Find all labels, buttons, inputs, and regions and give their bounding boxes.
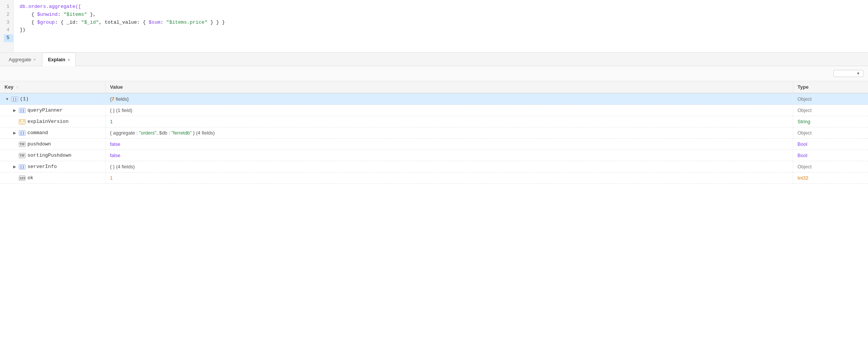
- value-cell: { } (1 field): [105, 105, 793, 116]
- obj-type-icon: { }: [19, 130, 26, 136]
- code-line: { $group: { _id: "$_id", total_value: { …: [20, 19, 862, 27]
- expand-button[interactable]: ▶: [12, 164, 17, 169]
- value-text: { } (4 fields): [110, 164, 135, 169]
- key-text: explainVersion: [27, 119, 68, 124]
- value-text: 1: [110, 175, 113, 181]
- table-row[interactable]: ▶{ }command{ aggregate : "orders", $db :…: [0, 127, 868, 139]
- editor-area: 12345 db.orders.aggregate([ { $unwind: "…: [0, 0, 868, 53]
- value-cell: { } (4 fields): [105, 161, 793, 172]
- key-cell: T/FsortingPushdown: [0, 150, 105, 161]
- tab-label: Explain: [48, 57, 65, 62]
- chevron-down-icon: ▼: [856, 71, 860, 76]
- tab-aggregate[interactable]: Aggregate×: [3, 53, 41, 66]
- type-cell: Bool: [793, 139, 868, 150]
- value-text: 1: [110, 119, 113, 124]
- tabs-bar: Aggregate×Explain×: [0, 53, 868, 66]
- key-text: command: [27, 130, 48, 136]
- bool-type-icon: T/F: [19, 142, 26, 147]
- type-cell: Object: [793, 93, 868, 105]
- sort-icon: ↑: [16, 85, 18, 89]
- type-cell: Object: [793, 127, 868, 139]
- col-header-key[interactable]: Key ↑: [0, 81, 105, 93]
- key-cell: 123ok: [0, 172, 105, 184]
- value-text: false: [110, 141, 120, 147]
- code-line: { $unwind: "$items" },: [20, 11, 862, 19]
- expand-button[interactable]: ▶: [12, 108, 17, 113]
- col-value-label: Value: [110, 84, 123, 90]
- view-select[interactable]: ▼: [833, 70, 863, 77]
- key-cell: "_"explainVersion: [0, 116, 105, 127]
- value-cell: {7 fields}: [105, 93, 793, 105]
- col-header-type: Type: [793, 81, 868, 93]
- value-cell: false: [105, 150, 793, 161]
- value-cell: false: [105, 139, 793, 150]
- table-row[interactable]: 123ok1Int32: [0, 172, 868, 184]
- value-text: false: [110, 153, 120, 158]
- close-icon[interactable]: ×: [33, 57, 36, 62]
- table-row[interactable]: ▶{ }queryPlanner{ } (1 field)Object: [0, 105, 868, 116]
- col-type-label: Type: [798, 84, 809, 90]
- obj-type-icon: { }: [11, 97, 18, 102]
- key-text: (1): [20, 96, 29, 102]
- type-cell: Object: [793, 161, 868, 172]
- key-text: ok: [27, 175, 33, 181]
- toolbar-row: ▼: [0, 66, 868, 81]
- expand-button[interactable]: ▼: [5, 97, 10, 102]
- close-icon[interactable]: ×: [68, 57, 70, 62]
- type-cell: Bool: [793, 150, 868, 161]
- table-row[interactable]: "_"explainVersion1String: [0, 116, 868, 127]
- table-body: ▼{ }(1){7 fields}Object▶{ }queryPlanner{…: [0, 93, 868, 184]
- value-text: { } (1 field): [110, 107, 132, 113]
- obj-type-icon: { }: [19, 164, 26, 169]
- type-cell: Object: [793, 105, 868, 116]
- key-cell: ▼{ }(1): [0, 93, 105, 105]
- col-header-value: Value: [105, 81, 793, 93]
- table-row[interactable]: T/FsortingPushdownfalseBool: [0, 150, 868, 161]
- str-type-icon: "_": [19, 119, 26, 124]
- table-row[interactable]: ▼{ }(1){7 fields}Object: [0, 93, 868, 105]
- type-cell: Int32: [793, 172, 868, 184]
- key-cell: ▶{ }command: [0, 127, 105, 139]
- value-cell: { aggregate : "orders", $db : "ferretdb"…: [105, 127, 793, 139]
- line-numbers: 12345: [0, 0, 14, 52]
- table-header: Key ↑ Value Type: [0, 81, 868, 93]
- expand-button[interactable]: ▶: [12, 130, 17, 136]
- obj-type-icon: { }: [19, 108, 26, 113]
- key-text: pushdown: [27, 141, 51, 147]
- value-cell: 1: [105, 172, 793, 184]
- code-line: db.orders.aggregate([: [20, 3, 862, 11]
- tab-explain[interactable]: Explain×: [42, 53, 76, 66]
- results-table: Key ↑ Value Type ▼{ }(1){7 fields}Object…: [0, 81, 868, 184]
- int-type-icon: 123: [19, 175, 26, 181]
- key-text: queryPlanner: [27, 107, 63, 113]
- key-text: serverInfo: [27, 164, 57, 169]
- table-row[interactable]: ▶{ }serverInfo{ } (4 fields)Object: [0, 161, 868, 172]
- table-row[interactable]: T/FpushdownfalseBool: [0, 139, 868, 150]
- key-cell: ▶{ }queryPlanner: [0, 105, 105, 116]
- key-cell: T/Fpushdown: [0, 139, 105, 150]
- col-key-label: Key: [5, 84, 14, 90]
- code-line: ]): [20, 26, 862, 34]
- tab-label: Aggregate: [9, 57, 31, 62]
- results-container: Key ↑ Value Type ▼{ }(1){7 fields}Object…: [0, 81, 868, 184]
- bool-type-icon: T/F: [19, 153, 26, 158]
- key-cell: ▶{ }serverInfo: [0, 161, 105, 172]
- type-cell: String: [793, 116, 868, 127]
- code-line: [20, 34, 862, 42]
- key-text: sortingPushdown: [27, 153, 71, 158]
- value-cell: 1: [105, 116, 793, 127]
- code-content[interactable]: db.orders.aggregate([ { $unwind: "$items…: [14, 0, 868, 52]
